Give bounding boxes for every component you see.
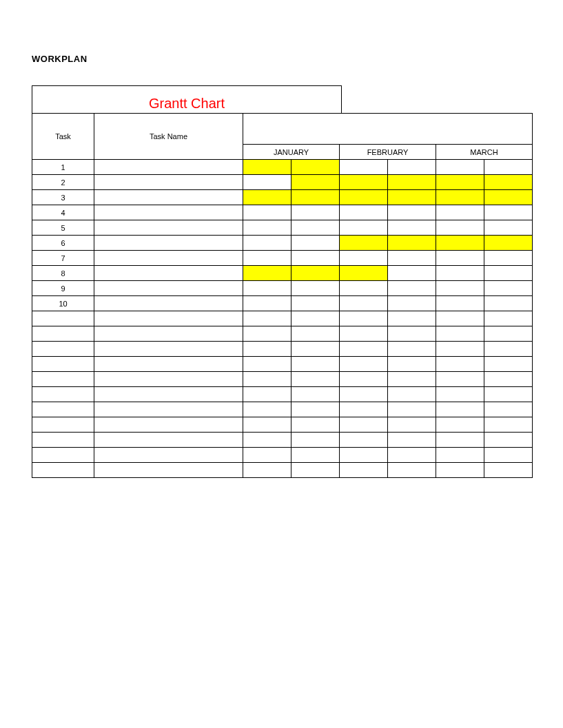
table-row — [32, 372, 533, 387]
gantt-cell — [243, 372, 291, 387]
gantt-cell — [484, 402, 533, 417]
gantt-cell — [436, 417, 484, 433]
table-row — [32, 342, 533, 357]
gantt-cell — [291, 448, 340, 463]
gantt-cell — [243, 342, 291, 357]
gantt-cell — [291, 387, 340, 402]
gantt-cell — [388, 433, 436, 448]
gantt-cell — [436, 205, 484, 220]
gantt-cell — [291, 402, 340, 417]
gantt-cell — [436, 175, 484, 190]
header-month-0: JANUARY — [243, 145, 340, 160]
gantt-cell — [340, 236, 388, 251]
gantt-cell — [340, 357, 388, 372]
gantt-cell — [436, 266, 484, 281]
header-month-1: FEBRUARY — [340, 145, 436, 160]
gantt-cell — [340, 220, 388, 236]
task-number — [32, 372, 94, 387]
gantt-cell — [436, 357, 484, 372]
task-name-cell — [94, 342, 243, 357]
gantt-cell — [484, 160, 533, 175]
table-row — [32, 433, 533, 448]
task-name-cell — [94, 266, 243, 281]
gantt-cell — [436, 220, 484, 236]
gantt-cell — [484, 387, 533, 402]
gantt-cell — [291, 417, 340, 433]
gantt-cell — [291, 463, 340, 478]
gantt-cell — [291, 160, 340, 175]
gantt-chart: Grantt Chart Task Task Name JANUARY FEBR… — [32, 85, 532, 478]
header-task-name: Task Name — [94, 114, 243, 160]
gantt-cell — [291, 190, 340, 205]
table-row: 7 — [32, 251, 533, 266]
gantt-cell — [291, 220, 340, 236]
gantt-cell — [388, 417, 436, 433]
task-number — [32, 433, 94, 448]
task-name-cell — [94, 251, 243, 266]
task-number: 2 — [32, 175, 94, 190]
gantt-cell — [243, 296, 291, 311]
table-row: 9 — [32, 281, 533, 296]
task-number — [32, 402, 94, 417]
task-number — [32, 387, 94, 402]
gantt-cell — [243, 266, 291, 281]
gantt-cell — [388, 160, 436, 175]
task-number — [32, 417, 94, 433]
table-row — [32, 326, 533, 342]
gantt-cell — [388, 236, 436, 251]
gantt-cell — [340, 372, 388, 387]
gantt-cell — [436, 463, 484, 478]
gantt-cell — [388, 266, 436, 281]
gantt-cell — [484, 281, 533, 296]
gantt-cell — [388, 251, 436, 266]
header-task: Task — [32, 114, 94, 160]
task-name-cell — [94, 402, 243, 417]
gantt-cell — [436, 326, 484, 342]
gantt-cell — [388, 175, 436, 190]
table-row: 4 — [32, 205, 533, 220]
gantt-cell — [484, 296, 533, 311]
gantt-cell — [291, 372, 340, 387]
table-row: 6 — [32, 236, 533, 251]
task-name-cell — [94, 190, 243, 205]
task-number — [32, 311, 94, 326]
gantt-cell — [243, 220, 291, 236]
task-number — [32, 463, 94, 478]
gantt-cell — [436, 311, 484, 326]
gantt-cell — [484, 190, 533, 205]
gantt-cell — [340, 387, 388, 402]
chart-title: Grantt Chart — [149, 96, 225, 112]
gantt-table: Task Task Name JANUARY FEBRUARY MARCH 12… — [32, 113, 533, 478]
gantt-cell — [436, 236, 484, 251]
gantt-cell — [340, 160, 388, 175]
task-name-cell — [94, 357, 243, 372]
task-number: 10 — [32, 296, 94, 311]
task-number: 7 — [32, 251, 94, 266]
gantt-cell — [243, 326, 291, 342]
task-number: 8 — [32, 266, 94, 281]
gantt-cell — [388, 205, 436, 220]
chart-title-box: Grantt Chart — [32, 85, 342, 113]
gantt-cell — [243, 433, 291, 448]
gantt-cell — [243, 357, 291, 372]
gantt-cell — [484, 463, 533, 478]
task-name-cell — [94, 387, 243, 402]
table-row — [32, 402, 533, 417]
gantt-cell — [484, 205, 533, 220]
task-name-cell — [94, 205, 243, 220]
table-row: 1 — [32, 160, 533, 175]
gantt-cell — [388, 296, 436, 311]
task-number — [32, 357, 94, 372]
gantt-cell — [388, 387, 436, 402]
table-row: 8 — [32, 266, 533, 281]
gantt-cell — [291, 357, 340, 372]
gantt-cell — [340, 448, 388, 463]
gantt-cell — [291, 296, 340, 311]
table-row: 5 — [32, 220, 533, 236]
task-name-cell — [94, 175, 243, 190]
task-number: 4 — [32, 205, 94, 220]
table-row — [32, 387, 533, 402]
table-row: 2 — [32, 175, 533, 190]
gantt-cell — [243, 463, 291, 478]
gantt-cell — [484, 357, 533, 372]
